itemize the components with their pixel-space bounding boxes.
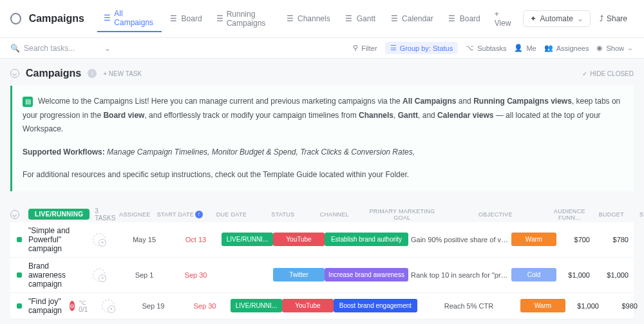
eye-icon: ◉ bbox=[596, 44, 603, 52]
status-cell[interactable]: LIVE/RUNNI... bbox=[222, 233, 273, 246]
assignee-add[interactable] bbox=[93, 233, 106, 246]
goal-cell[interactable]: Boost brand engagement bbox=[334, 299, 417, 312]
main-content: Campaigns i + NEW TASK ✓HIDE CLOSED ▤Wel… bbox=[0, 59, 644, 324]
col-funnel[interactable]: AUDIENCE FUNN... bbox=[547, 207, 592, 222]
group-icon: ☰ bbox=[390, 44, 397, 52]
start-date[interactable]: May 15 bbox=[118, 236, 170, 243]
list-icon: ☰ bbox=[448, 14, 457, 23]
share-button[interactable]: ⤴ Share bbox=[593, 11, 634, 26]
check-icon: ✓ bbox=[582, 70, 587, 77]
search-icon: 🔍 bbox=[10, 44, 20, 53]
channel-cell[interactable]: YouTube bbox=[273, 233, 325, 246]
tab-channels[interactable]: ☰Channels bbox=[279, 5, 337, 32]
spend-cell[interactable]: $780 bbox=[595, 236, 634, 243]
col-spend[interactable]: SPEND bbox=[630, 210, 644, 219]
filter-icon: ⚲ bbox=[353, 44, 358, 52]
collapse-toggle[interactable] bbox=[10, 69, 19, 78]
me-button[interactable]: 👤Me bbox=[514, 44, 536, 52]
goal-cell[interactable]: Increase brand awareness bbox=[325, 268, 408, 281]
status-cell[interactable]: LIVE/RUNNI... bbox=[231, 299, 282, 312]
sort-icon: ↑ bbox=[195, 211, 203, 218]
status-pill[interactable]: LIVE/RUNNING bbox=[28, 209, 90, 220]
list-icon: ☰ bbox=[104, 14, 111, 23]
task-row[interactable]: Brand awareness campaign Sep 1 Sep 30 Tw… bbox=[10, 258, 634, 293]
assignee-add[interactable] bbox=[93, 269, 106, 281]
channel-cell[interactable]: Twitter bbox=[273, 268, 325, 281]
col-due-date[interactable]: DUE DATE bbox=[205, 210, 257, 219]
subtask-count[interactable]: ⌥ 0/1 bbox=[79, 299, 89, 313]
task-title[interactable]: Brand awareness campaign bbox=[28, 262, 80, 289]
list-icon: ☰ bbox=[285, 14, 294, 23]
goal-cell[interactable]: Establish brand authority bbox=[325, 233, 408, 246]
task-row[interactable]: "Simple and Powerful" campaign May 15 Oc… bbox=[10, 222, 634, 258]
funnel-cell[interactable]: Cold bbox=[511, 268, 556, 281]
budget-cell[interactable]: $1,000 bbox=[556, 271, 595, 279]
budget-cell[interactable]: $1,000 bbox=[565, 302, 604, 310]
tab-running-campaigns[interactable]: ☰Running Campaigns bbox=[210, 5, 278, 32]
collapse-toggle[interactable] bbox=[10, 210, 19, 219]
spend-cell[interactable]: $980 bbox=[604, 302, 643, 310]
start-date[interactable]: Sep 19 bbox=[128, 302, 179, 310]
people-icon: 👥 bbox=[544, 44, 553, 52]
objective-cell[interactable]: Rank top 10 in search for "productivi... bbox=[408, 271, 511, 279]
budget-cell[interactable]: $700 bbox=[556, 236, 595, 243]
col-budget[interactable]: BUDGET bbox=[592, 210, 630, 219]
subtasks-icon: ⌥ bbox=[466, 44, 474, 52]
page-title: Campaigns bbox=[29, 13, 84, 24]
info-icon[interactable]: i bbox=[88, 69, 97, 78]
section-title: Campaigns bbox=[26, 68, 81, 79]
list-icon: ☰ bbox=[169, 14, 178, 23]
task-title[interactable]: "Find joy" campaign⊖⌥ 0/1 bbox=[28, 297, 89, 315]
due-date[interactable]: Oct 13 bbox=[170, 236, 222, 243]
subtasks-button[interactable]: ⌥Subtasks bbox=[466, 44, 506, 52]
tab--view[interactable]: + View bbox=[488, 5, 518, 32]
funnel-cell[interactable]: Warm bbox=[511, 233, 556, 246]
status-dot bbox=[17, 237, 22, 242]
status-dot bbox=[17, 272, 22, 278]
list-icon: ☰ bbox=[345, 14, 354, 23]
automate-button[interactable]: ✦ Automate ⌄ bbox=[523, 10, 591, 27]
list-icon: ☰ bbox=[390, 14, 399, 23]
due-date[interactable]: Sep 30 bbox=[179, 302, 231, 310]
show-button[interactable]: ◉Show⌄ bbox=[596, 44, 634, 52]
share-icon: ⤴ bbox=[600, 14, 603, 23]
chevron-down-icon: ⌄ bbox=[577, 14, 583, 23]
tab-gantt[interactable]: ☰Gantt bbox=[338, 5, 382, 32]
col-assignee[interactable]: ASSIGNEE bbox=[115, 210, 154, 219]
search-input[interactable]: 🔍 Search tasks... ⌄ bbox=[10, 44, 111, 53]
objective-cell[interactable]: Reach 5% CTR bbox=[417, 302, 520, 310]
chevron-down-icon: ⌄ bbox=[627, 44, 634, 52]
col-objective[interactable]: OBJECTIVE bbox=[444, 210, 547, 219]
task-title[interactable]: "Simple and Powerful" campaign bbox=[28, 226, 80, 253]
tab-board[interactable]: ☰Board bbox=[441, 5, 487, 32]
blocked-icon: ⊖ bbox=[70, 301, 75, 311]
col-start-date[interactable]: START DATE↑ bbox=[154, 209, 205, 220]
col-goal[interactable]: PRIMARY MARKETING GOAL bbox=[360, 207, 444, 222]
filter-button[interactable]: ⚲Filter bbox=[353, 44, 377, 52]
new-task-button[interactable]: + NEW TASK bbox=[103, 70, 142, 77]
app-icon bbox=[10, 13, 21, 24]
task-count: 3 TASKS bbox=[95, 207, 115, 222]
objective-cell[interactable]: Gain 90% positive share of voice bbox=[408, 236, 511, 243]
tab-all-campaigns[interactable]: ☰All Campaigns bbox=[97, 5, 162, 32]
status-dot bbox=[17, 303, 22, 309]
person-icon: 👤 bbox=[514, 44, 523, 52]
top-bar: Campaigns ☰All Campaigns☰Board☰Running C… bbox=[0, 0, 644, 38]
col-channel[interactable]: CHANNEL bbox=[308, 210, 360, 219]
sparkle-icon: ✦ bbox=[530, 14, 536, 23]
channel-cell[interactable]: YouTube bbox=[282, 299, 334, 312]
group-by-button[interactable]: ☰Group by: Status bbox=[385, 42, 459, 54]
tab-board[interactable]: ☰Board bbox=[163, 5, 209, 32]
col-status[interactable]: STATUS bbox=[257, 210, 308, 219]
due-date[interactable]: Sep 30 bbox=[170, 271, 222, 279]
assignee-add[interactable] bbox=[102, 300, 115, 312]
group-totals: + New task$2,700$2,760 bbox=[10, 319, 634, 324]
task-row[interactable]: "Find joy" campaign⊖⌥ 0/1 Sep 19 Sep 30 … bbox=[10, 293, 634, 319]
hide-closed-button[interactable]: ✓HIDE CLOSED bbox=[582, 70, 634, 77]
assignees-button[interactable]: 👥Assignees bbox=[544, 44, 589, 52]
funnel-cell[interactable]: Warm bbox=[520, 299, 565, 312]
doc-icon: ▤ bbox=[23, 97, 33, 107]
spend-cell[interactable]: $1,000 bbox=[595, 271, 634, 279]
start-date[interactable]: Sep 1 bbox=[118, 271, 170, 279]
tab-calendar[interactable]: ☰Calendar bbox=[383, 5, 440, 32]
